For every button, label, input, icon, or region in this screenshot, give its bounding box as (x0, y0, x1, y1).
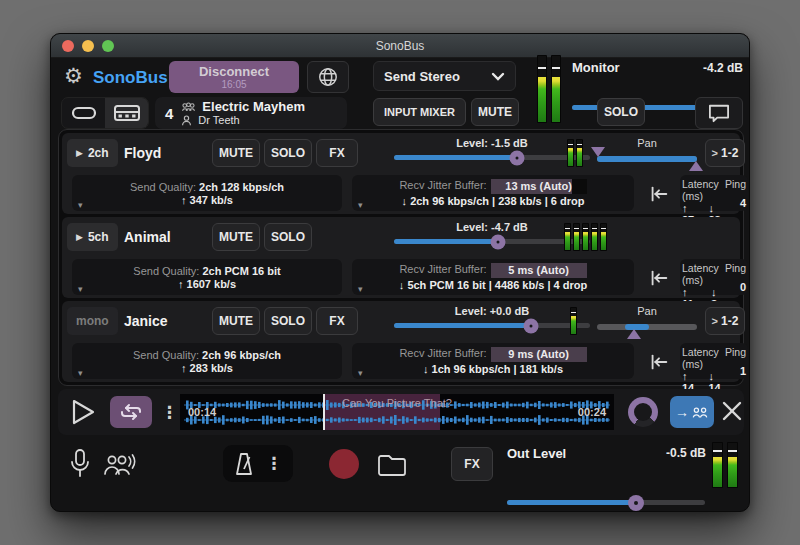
metronome-menu-button[interactable]: ⋮ (266, 453, 283, 474)
disconnect-button[interactable]: Disconnect 16:05 (169, 61, 299, 93)
send-rate: ↑ 1607 kb/s (178, 278, 236, 290)
send-quality-panel[interactable]: ▾ Send Quality: 2ch 96 kbps/ch ↑ 283 kb/… (72, 343, 342, 379)
channel-expand-button[interactable]: ▶ 2ch (67, 139, 118, 167)
main-solo-button[interactable]: SOLO (597, 98, 645, 126)
chevron-right-icon: > (712, 147, 718, 159)
peer-mute-button[interactable]: MUTE (212, 307, 260, 335)
peer-solo-button[interactable]: SOLO (264, 307, 312, 335)
mixer-view-button[interactable] (105, 98, 148, 128)
pan-handle[interactable] (627, 329, 641, 339)
send-mode-dropdown[interactable]: Send Stereo (373, 61, 516, 91)
peer-row-floyd: ▶ 2ch Floyd MUTE SOLO FX Level: -1.5 dB … (62, 133, 740, 214)
destination-channels-button[interactable]: > 1-2 (705, 307, 745, 335)
jitter-value-box[interactable]: 5 ms (Auto) (491, 263, 587, 278)
loop-button[interactable] (110, 396, 152, 428)
level-label: Level: -1.5 dB (394, 137, 590, 149)
waveform[interactable]: Can You Picture That? 00:14 00:24 (180, 394, 614, 430)
settings-gear-icon[interactable]: ⚙ (64, 65, 83, 86)
peer-solo-button[interactable]: SOLO (264, 223, 312, 251)
open-file-button[interactable] (377, 453, 407, 477)
level-slider-knob[interactable] (510, 150, 525, 165)
pan-left-handle[interactable] (591, 147, 605, 157)
main-mute-button[interactable]: MUTE (471, 98, 519, 126)
titlebar[interactable]: SonoBus (51, 34, 749, 58)
level-slider-knob[interactable] (524, 318, 539, 333)
hear-others-button[interactable] (103, 452, 137, 478)
caret-down-icon: ▾ (358, 368, 363, 378)
out-level-label: Out Level (507, 446, 566, 461)
time-current: 00:14 (188, 406, 216, 418)
peer-mute-button[interactable]: MUTE (212, 223, 260, 251)
monitor-label: Monitor (572, 60, 620, 75)
jitter-value-box[interactable]: 9 ms (Auto) (491, 347, 587, 362)
player-menu-button[interactable]: ⋮ (161, 402, 178, 423)
peer-meters (570, 307, 577, 335)
send-quality-panel[interactable]: ▾ Send Quality: 2ch PCM 16 bit ↑ 1607 kb… (72, 259, 342, 295)
zoom-window-button[interactable] (102, 40, 114, 52)
latency-panel: Latency (ms) ↑ 27↓ 23 Ping 4 (680, 175, 748, 211)
peer-count: 4 (165, 105, 173, 122)
close-player-button[interactable] (720, 399, 744, 423)
meter-bar (551, 55, 561, 123)
pan-label: Pan (597, 137, 697, 149)
jitter-panel[interactable]: ▾ Recv Jitter Buffer:13 ms (Auto) ↓ 2ch … (352, 175, 634, 211)
chevron-right-icon: > (712, 315, 718, 327)
peer-fx-button[interactable]: FX (316, 307, 358, 335)
level-slider[interactable] (394, 239, 590, 244)
chat-button[interactable] (695, 97, 743, 129)
send-quality-label: Send Quality: (130, 181, 196, 193)
output-fx-button[interactable]: FX (451, 447, 493, 481)
channel-mode-button[interactable]: mono (67, 307, 118, 335)
loop-icon (119, 402, 143, 422)
minimize-window-button[interactable] (82, 40, 94, 52)
jitter-panel[interactable]: ▾ Recv Jitter Buffer:9 ms (Auto) ↓ 1ch 9… (352, 343, 634, 379)
record-button[interactable] (329, 449, 359, 479)
pan-right-handle[interactable] (689, 161, 703, 171)
person-icon (181, 115, 192, 126)
channel-expand-button[interactable]: ▶ 5ch (67, 223, 118, 251)
out-level-knob[interactable] (628, 495, 644, 511)
app-name: SonoBus (93, 68, 168, 88)
folder-icon (377, 453, 407, 477)
connect-server-button[interactable] (307, 61, 349, 93)
pan-slider[interactable] (597, 324, 697, 330)
channel-count: mono (76, 314, 109, 328)
input-monitor-button[interactable] (69, 448, 91, 480)
session-timer: 16:05 (221, 79, 246, 90)
peer-solo-button[interactable]: SOLO (264, 139, 312, 167)
level-slider[interactable] (394, 323, 590, 328)
level-slider[interactable] (394, 155, 590, 160)
peer-mute-button[interactable]: MUTE (212, 139, 260, 167)
group-info[interactable]: 4 Electric Mayhem Dr Teeth (155, 97, 347, 129)
close-window-button[interactable] (62, 40, 74, 52)
caret-right-icon: ▶ (76, 232, 83, 242)
caret-down-icon: ▾ (358, 200, 363, 210)
channel-count: 5ch (88, 230, 109, 244)
player-gain-knob[interactable] (628, 397, 658, 427)
send-quality-label: Send Quality: (133, 265, 199, 277)
jitter-reset-button[interactable] (644, 265, 674, 291)
arrow-to-bar-icon (648, 352, 670, 372)
out-level-slider[interactable] (507, 500, 705, 505)
jitter-reset-button[interactable] (644, 181, 674, 207)
people-listen-icon (103, 452, 137, 478)
track-title: Can You Picture That? (180, 397, 614, 409)
ping-label: Ping (725, 346, 746, 358)
input-mixer-button[interactable]: INPUT MIXER (373, 98, 466, 126)
level-slider-knob[interactable] (490, 234, 505, 249)
metronome-icon[interactable] (234, 452, 254, 476)
view-toggle (61, 97, 149, 129)
destination-channels-button[interactable]: > 1-2 (705, 139, 745, 167)
play-button[interactable] (70, 398, 96, 426)
meter-bar (537, 55, 547, 123)
peer-fx-button[interactable]: FX (316, 139, 358, 167)
jitter-panel[interactable]: ▾ Recv Jitter Buffer:5 ms (Auto) ↓ 5ch P… (352, 259, 634, 295)
level-label: Level: +0.0 dB (394, 305, 590, 317)
play-icon (70, 398, 96, 426)
send-file-to-group-button[interactable]: → (670, 396, 714, 428)
minimal-view-button[interactable] (62, 98, 105, 128)
jitter-value-box[interactable]: 13 ms (Auto) (491, 179, 587, 194)
jitter-reset-button[interactable] (644, 349, 674, 375)
pan-slider[interactable] (597, 156, 697, 162)
send-quality-panel[interactable]: ▾ Send Quality: 2ch 128 kbps/ch ↑ 347 kb… (72, 175, 342, 211)
